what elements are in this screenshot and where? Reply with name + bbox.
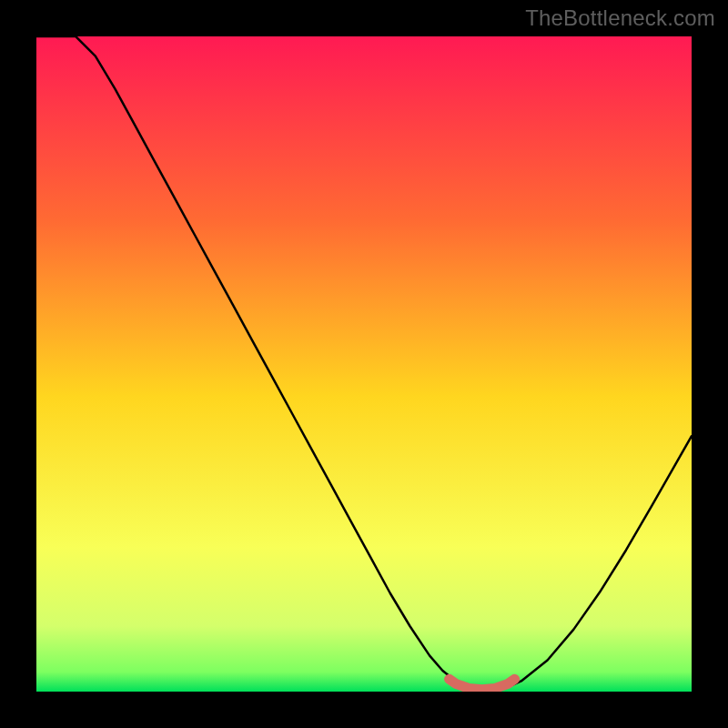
flat-segment-path [450, 679, 515, 690]
watermark-text: TheBottleneck.com [525, 5, 715, 31]
chart-frame: TheBottleneck.com [0, 0, 728, 728]
plot-area [36, 36, 692, 692]
bottleneck-curve-path [36, 36, 692, 690]
curve-layer [36, 36, 692, 692]
